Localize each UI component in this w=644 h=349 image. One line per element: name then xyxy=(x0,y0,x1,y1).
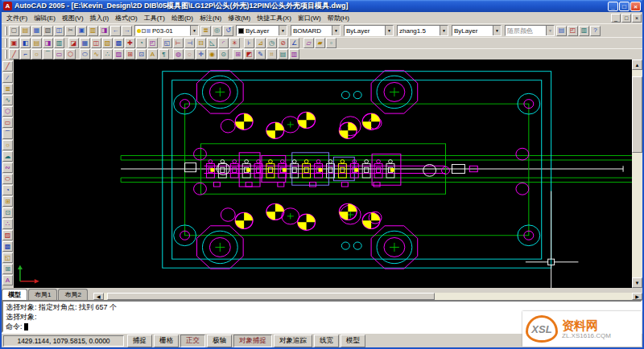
array-icon[interactable]: ▩ xyxy=(114,38,124,48)
tool-palettes-icon[interactable]: ▥ xyxy=(579,26,589,36)
chevron-down-icon[interactable]: ▼ xyxy=(279,26,287,35)
layer-lock-icon[interactable]: ▥ xyxy=(54,38,64,48)
scroll-up-icon[interactable]: ▲ xyxy=(632,60,642,70)
otrack-button[interactable]: 对象追踪 xyxy=(274,335,312,347)
hatch-icon[interactable]: ▨ xyxy=(114,49,124,60)
plot-icon[interactable]: ▧ xyxy=(43,26,53,36)
menu-draw[interactable]: 绘图(D) xyxy=(168,13,196,23)
layer-off-icon[interactable]: ▤ xyxy=(31,38,42,48)
vertical-scrollbar[interactable]: ▲ ▼ xyxy=(632,60,642,288)
hatch-icon[interactable]: ▨ xyxy=(2,230,13,240)
offset-icon[interactable]: ▧ xyxy=(102,38,113,48)
sheet-set-icon[interactable]: ▤ xyxy=(278,49,288,60)
plotstyle-dropdown[interactable]: 随层颜色 ▼ xyxy=(505,25,555,36)
diameter-dim-icon[interactable]: ⊘ xyxy=(278,38,288,48)
scroll-left-icon[interactable]: ◀ xyxy=(93,293,104,300)
mtext-icon[interactable]: A xyxy=(2,275,13,285)
erase-icon[interactable]: ◪ xyxy=(68,38,79,48)
chevron-down-icon[interactable]: ▼ xyxy=(546,26,554,35)
point-icon[interactable]: ∴ xyxy=(102,49,113,60)
move-icon[interactable]: ✚ xyxy=(125,38,135,48)
zoom-window-icon[interactable]: ◍ xyxy=(173,49,184,60)
design-center-icon[interactable]: ◰ xyxy=(568,26,578,36)
rectangle-icon[interactable]: ▭ xyxy=(54,49,64,60)
block-editor-icon[interactable]: ◩ xyxy=(244,49,254,60)
zoom-previous-icon[interactable]: ◌ xyxy=(184,49,195,60)
make-block-icon[interactable]: ⊡ xyxy=(2,207,13,218)
snap-button[interactable]: 捕捉 xyxy=(127,335,152,347)
menu-tools[interactable]: 工具(T) xyxy=(141,13,168,23)
spline-icon[interactable]: ∾ xyxy=(2,162,13,173)
insert-block-icon[interactable]: ⊞ xyxy=(125,49,135,60)
toolbar-grip[interactable] xyxy=(5,50,7,59)
vertical-scroll-thumb[interactable] xyxy=(632,76,642,153)
chevron-down-icon[interactable]: ▼ xyxy=(190,26,198,35)
tab-model[interactable]: 模型 xyxy=(2,289,27,300)
calculator-icon[interactable]: ⌗ xyxy=(266,49,277,60)
polygon-icon[interactable]: ⬡ xyxy=(2,106,13,117)
point-icon[interactable]: ∴ xyxy=(2,219,13,229)
menu-modify[interactable]: 修改(M) xyxy=(225,13,254,23)
menu-file[interactable]: 文件(F) xyxy=(3,13,31,23)
dim-update-icon[interactable]: ▫ xyxy=(326,38,336,48)
layer-properties-icon[interactable]: ≣ xyxy=(200,26,211,36)
plot-preview-icon[interactable]: ◫ xyxy=(54,26,64,36)
text-icon[interactable]: A xyxy=(147,49,158,60)
stretch-icon[interactable]: ◱ xyxy=(162,38,172,48)
toolbar-grip[interactable] xyxy=(5,27,7,35)
make-layer-current-icon[interactable]: ◎ xyxy=(212,26,222,36)
grid-button[interactable]: 栅格 xyxy=(154,335,179,347)
table-icon[interactable]: ⊞ xyxy=(233,49,243,60)
chevron-down-icon[interactable]: ▼ xyxy=(440,26,448,35)
radius-dim-icon[interactable]: ◷ xyxy=(266,38,277,48)
menu-edit[interactable]: 编辑(E) xyxy=(31,13,59,23)
layer-isolate-icon[interactable]: ◧ xyxy=(20,38,31,48)
chevron-down-icon[interactable]: ▼ xyxy=(493,26,501,35)
zoom-realtime-icon[interactable]: ◉ xyxy=(207,49,217,60)
color-dropdown[interactable]: ByLayer ▼ xyxy=(236,25,287,36)
chevron-down-icon[interactable]: ▼ xyxy=(332,26,340,35)
chevron-down-icon[interactable]: ▼ xyxy=(385,26,393,35)
tab-layout2[interactable]: 布局2 xyxy=(58,289,87,300)
rectangle-icon[interactable]: ▭ xyxy=(2,117,13,128)
menu-format[interactable]: 格式(O) xyxy=(112,13,141,23)
mdi-close-button[interactable]: × xyxy=(632,14,642,23)
mdi-minimize-button[interactable]: _ xyxy=(611,14,621,23)
ellipse-arc-icon[interactable]: ◔ xyxy=(2,185,13,195)
redo-icon[interactable]: → xyxy=(122,26,132,36)
scale-icon[interactable]: ◰ xyxy=(147,38,158,48)
insert-block-icon[interactable]: ⊞ xyxy=(2,196,13,207)
zoom-extents-icon[interactable]: ⊙ xyxy=(218,49,229,60)
publish-icon[interactable]: ▥ xyxy=(289,49,299,60)
spline-icon[interactable]: ∿ xyxy=(91,49,101,60)
menu-window[interactable]: 窗口(W) xyxy=(295,13,324,23)
menu-view[interactable]: 视图(V) xyxy=(59,13,87,23)
circle-icon[interactable]: ○ xyxy=(2,140,13,150)
osnap-button[interactable]: 对象捕捉 xyxy=(233,335,272,347)
polyline-icon[interactable]: ⌐ xyxy=(20,49,31,60)
line-icon[interactable]: ╱ xyxy=(9,49,19,60)
layer-freeze-icon[interactable]: ◨ xyxy=(43,38,53,48)
explode-icon[interactable]: ✳ xyxy=(229,38,240,48)
layer-previous-icon[interactable]: ↺ xyxy=(223,26,233,36)
close-button[interactable]: × xyxy=(630,2,641,11)
maximize-button[interactable]: □ xyxy=(619,2,630,11)
drawing-canvas[interactable] xyxy=(14,60,632,288)
aligned-dim-icon[interactable]: ⊿ xyxy=(255,38,266,48)
menu-insert[interactable]: 插入(I) xyxy=(87,13,113,23)
arc-icon[interactable]: ⌒ xyxy=(43,49,53,60)
polar-button[interactable]: 极轴 xyxy=(207,335,232,347)
horizontal-scroll-thumb[interactable] xyxy=(107,293,435,300)
quick-dim-icon[interactable]: ▱ xyxy=(303,38,314,48)
mdi-restore-button[interactable]: □ xyxy=(621,14,631,23)
horizontal-scrollbar[interactable]: ◀ ▶ xyxy=(93,293,642,300)
arc-icon[interactable]: ⌒ xyxy=(2,129,13,139)
mirror-icon[interactable]: ◫ xyxy=(91,38,101,48)
model-paper-button[interactable]: 模型 xyxy=(341,335,365,347)
new-icon[interactable]: ▢ xyxy=(9,26,19,36)
ellipse-icon[interactable]: ⬭ xyxy=(2,174,13,184)
undo-icon[interactable]: ← xyxy=(110,26,121,36)
angular-dim-icon[interactable]: ∠ xyxy=(289,38,299,48)
minimize-button[interactable]: _ xyxy=(608,2,618,11)
menu-help[interactable]: 帮助(H) xyxy=(324,13,353,23)
